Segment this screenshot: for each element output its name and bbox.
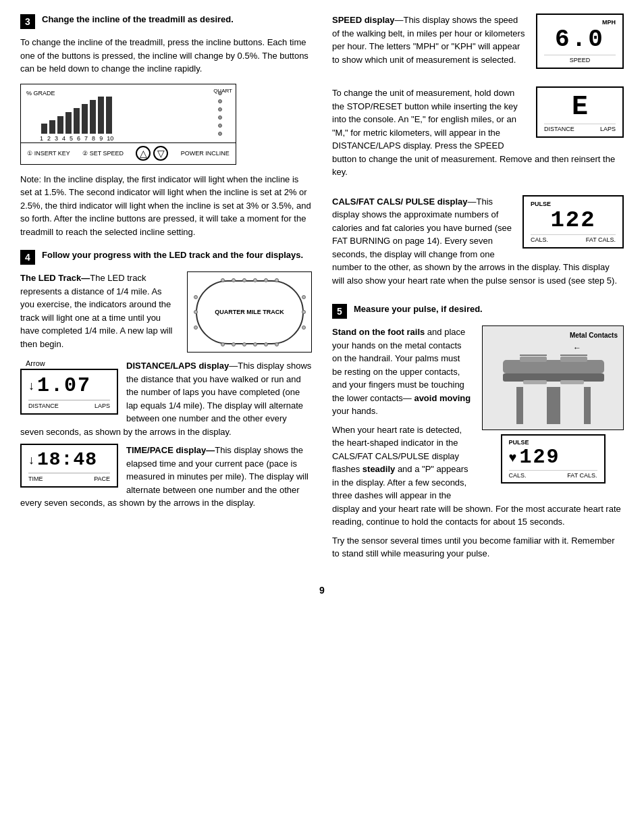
bar1 [41,124,47,134]
pulse-cals-label: CALS. [509,472,527,479]
heart-icon: ♥ [509,450,517,465]
up-button[interactable]: △ [136,146,151,161]
avoid-moving: avoid moving [414,393,471,403]
pulse-label-top: PULSE [531,201,616,207]
timepace-arrow-icon: ↓ [28,454,34,466]
track-dots-left [194,295,198,330]
bar4 [65,112,72,134]
laps-label: LAPS [95,402,110,409]
step5-section: 5 Measure your pulse, if desired. Metal … [332,303,624,561]
step3-section: 3 Change the incline of the treadmill as… [20,14,312,238]
speed-section: MPH 6.0 SPEED SPEED display—This display… [332,14,624,76]
incline-bars [41,97,112,134]
fat-cals-label: FAT CALS. [586,236,616,243]
time-value: 18:48 [37,449,97,470]
cals-section: PULSE 122 CALS. FAT CALS. CALS/FAT CALS/… [332,195,624,293]
e-display-box: E DISTANCE LAPS [536,86,624,138]
track-dots-right [302,295,306,330]
timepace-display-box: ↓ 18:48 TIME PACE [20,444,118,488]
bar7 [90,100,96,134]
svg-rect-4 [523,380,547,384]
svg-rect-7 [584,387,591,424]
bar3 [57,116,63,134]
e-distance-label: DISTANCE [544,126,574,132]
svg-rect-8 [547,387,560,424]
track-dots-bottom [221,342,279,346]
timepace-labels: TIME PACE [28,473,110,482]
step5-header: 5 Measure your pulse, if desired. [332,303,624,319]
distance-title: DISTANCE/LAPS display [126,361,229,371]
timepace-display-wrapper: ↓ 18:48 TIME PACE [20,444,118,488]
svg-rect-5 [560,380,584,384]
distance-display-wrapper: Arrow ↓ 1.07 DISTANCE LAPS [20,359,118,415]
handrail-svg [483,326,624,430]
e-laps-label: LAPS [600,126,616,132]
svg-rect-0 [503,360,604,373]
speed-display-box: MPH 6.0 SPEED [536,14,624,69]
distance-labels: DISTANCE LAPS [28,400,110,409]
metal-contacts-arrow: ← [573,343,581,353]
bar2 [49,120,55,134]
distance-value: 1.07 [37,374,91,397]
incline-numbers: 12345678910 [40,135,113,142]
pulse-display-box: PULSE ♥ 129 CALS. FAT CALS. [501,434,606,484]
right-dots [218,91,222,136]
step3-header: 3 Change the incline of the treadmill as… [20,14,312,29]
pulse-labels: CALS. FAT CALS. [509,470,597,479]
pulse-value-row: ♥ 129 [509,446,597,469]
speed-desc-title: SPEED display [332,15,394,25]
step4-title: Follow your progress with the LED track … [42,249,303,261]
steadily: steadily [363,464,395,474]
distance-arrow-icon: ↓ [28,380,34,392]
handrail-diagram: Metal Contacts ← [482,325,624,430]
page-number: 9 [20,585,624,596]
pulse-value: 129 [519,446,560,469]
incline-diagram: QUART % GRADE 12345678910 [20,84,236,165]
led-track-title: The LED Track— [20,273,90,283]
metal-contacts-label: Metal Contacts [570,332,618,339]
step3-number: 3 [20,14,35,29]
cals-display-box: PULSE 122 CALS. FAT CALS. [522,195,624,249]
svg-rect-6 [516,387,523,424]
pace-label: PACE [94,475,110,482]
grade-label: % GRADE [26,90,55,97]
distance-value-row: ↓ 1.07 [28,374,110,397]
cals-label: CALS. [531,236,548,243]
set-speed-label: ② SET SPEED [82,150,124,157]
step3-note: Note: In the incline display, the first … [20,173,312,239]
timepace-value-row: ↓ 18:48 [28,449,110,470]
insert-key-label: ① INSERT KEY [27,150,70,157]
step4-section: 4 Follow your progress with the LED trac… [20,249,312,515]
led-track-block: QUARTER MILE TRACK [20,271,312,359]
unit-section: E DISTANCE LAPS To change the unit of me… [332,86,624,184]
step5-try-text: Try the sensor several times until you b… [332,534,624,561]
step5-right-content: Metal Contacts ← [482,325,624,484]
cals-title: CALS/FAT CALS/ PULSE display [332,197,468,207]
timepace-block: ↓ 18:48 TIME PACE TIME/PACE display—This… [20,444,312,515]
speed-value: 6.0 [544,26,616,53]
step4-number: 4 [20,250,35,265]
svg-rect-2 [520,357,547,362]
bar8 [98,97,104,134]
cals-value: 122 [531,207,616,233]
time-label: TIME [28,475,43,482]
incline-quart-label: QUART [213,88,232,94]
e-labels: DISTANCE LAPS [544,124,616,132]
step5-title: Measure your pulse, if desired. [354,303,483,315]
power-incline-label: POWER INCLINE [181,150,230,157]
led-track-diagram: QUARTER MILE TRACK [187,271,312,353]
down-button[interactable]: ▽ [153,146,168,161]
speed-display-wrapper: MPH 6.0 SPEED [536,14,624,69]
pulse-fat-cals-label: FAT CALS. [567,472,597,479]
bar5 [74,108,80,134]
pulse-top-label: PULSE [509,439,597,446]
stand-title: Stand on the foot rails [332,327,425,337]
svg-rect-3 [560,357,587,362]
step5-main-block: Metal Contacts ← [332,325,624,534]
left-column: 3 Change the incline of the treadmill as… [20,14,312,571]
e-value: E [544,92,616,122]
e-display-wrapper: E DISTANCE LAPS [536,86,624,138]
step5-number: 5 [332,304,347,319]
distance-label: DISTANCE [28,402,59,409]
speed-bottom-label: SPEED [544,55,616,63]
